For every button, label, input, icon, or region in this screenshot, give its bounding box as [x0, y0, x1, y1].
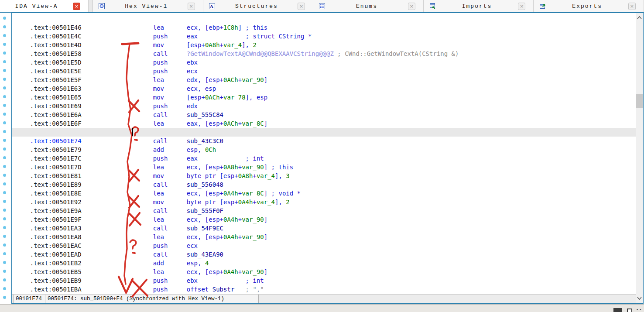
scrollbar-thumb[interactable]: [636, 94, 643, 108]
disassembly-line[interactable]: .text:00501E9Fleaecx, [esp+0A4h+var_90]: [12, 206, 636, 215]
tab-label: Imports: [436, 3, 518, 10]
bottom-strip: ••: [0, 304, 644, 312]
disassembly-line[interactable]: .text:00501EA3callsub_54F9EC: [12, 215, 636, 224]
tab-label: IDA View-A: [0, 3, 73, 10]
margin-dot: [3, 60, 6, 63]
scrollbar-down-arrow-icon[interactable]: [636, 295, 643, 302]
margin-dot: [3, 270, 6, 273]
close-icon[interactable]: ×: [73, 3, 80, 10]
disassembly-line[interactable]: .text:00501E58call?GetWindowTextA@CWnd@@…: [12, 41, 636, 49]
disassembly-line[interactable]: .text:00501E73pusheax: [12, 119, 636, 128]
tab-enums[interactable]: Enums ×: [313, 0, 424, 12]
margin-dot: [3, 95, 6, 98]
close-icon[interactable]: ×: [518, 3, 525, 10]
disassembly-line[interactable]: .text:00501E79addesp, 0Ch: [12, 137, 636, 145]
close-icon[interactable]: ×: [408, 3, 415, 10]
tab-bar: IDA View-A × Hex View-1 × A Structures ×…: [0, 0, 644, 12]
margin-dot: [3, 156, 6, 159]
disassembly-line[interactable]: .text:00501E7Cpusheax ; int: [12, 145, 636, 154]
margin-dot: [3, 43, 6, 46]
margin-dot: [3, 287, 6, 290]
taskbar-partial-icon: [613, 308, 622, 312]
margin-dot: [3, 34, 6, 37]
margin-dot: [3, 278, 6, 281]
disassembly-line[interactable]: .text:00501EB2addesp, 4: [12, 250, 636, 259]
margin-dot: [3, 17, 6, 20]
margin-dot: [3, 113, 6, 116]
tab-imports[interactable]: Imports ×: [424, 0, 534, 12]
disassembly-line[interactable]: .text:00501E63movecx, esp: [12, 75, 636, 84]
margin-dot: [3, 139, 6, 142]
tab-label: Enums: [325, 3, 408, 10]
disassembly-line[interactable]: .text:00501E7Dleaecx, [esp+0A8h+var_90] …: [12, 154, 636, 163]
tab-hex-view-1[interactable]: Hex View-1 ×: [93, 0, 203, 12]
tab-ida-view-a[interactable]: IDA View-A ×: [0, 0, 89, 12]
close-icon[interactable]: ×: [298, 3, 305, 10]
tab-label: Exports: [546, 3, 628, 10]
disassembly-panel: .text:00501E46leaecx, [ebp+1C8h] ; this …: [11, 13, 644, 304]
taskbar-partial-icon: ••: [636, 308, 643, 312]
margin-dot: [3, 296, 6, 299]
disassembly-line[interactable]: .text:00501EBApushoffset Substr ; ",": [12, 276, 636, 285]
hex-view-icon: [98, 3, 105, 10]
margin-dot: [3, 217, 6, 220]
margin-dot: [3, 165, 6, 168]
disassembly-line[interactable]: .text:00501EB5leaecx, [esp+0A4h+var_90]: [12, 259, 636, 267]
taskbar-partial-icon: [627, 309, 632, 312]
close-icon[interactable]: ×: [628, 3, 636, 10]
disassembly-line[interactable]: .text:00501E46leaecx, [ebp+1C8h] ; this: [12, 14, 636, 23]
disassembly-line[interactable]: .text:00501E81movbyte ptr [esp+0A8h+var_…: [12, 163, 636, 171]
margin-dot: [3, 130, 6, 133]
margin-dot: [3, 78, 6, 81]
margin-dot: [3, 51, 6, 55]
margin-dot: [3, 191, 6, 194]
close-icon[interactable]: ×: [188, 3, 195, 10]
margin-dot: [3, 209, 6, 212]
margin-dot: [3, 25, 6, 28]
disassembly-line[interactable]: .text:00501E5Epushecx: [12, 58, 636, 67]
disassembly-line[interactable]: .text:00501E9Acallsub_555F0F: [12, 198, 636, 206]
margin-dot: [3, 252, 6, 255]
disassembly-line[interactable]: .text:00501E89callsub_556048: [12, 171, 636, 180]
disassembly-line[interactable]: .text:00501E65mov[esp+0ACh+var_78], esp: [12, 84, 636, 93]
disassembly-line[interactable]: .text:00501EADcallsub_43EA90: [12, 241, 636, 250]
scrollbar-up-arrow-icon[interactable]: [636, 14, 643, 21]
margin-dot: [3, 104, 6, 107]
disassembly-line[interactable]: .text:00501EA8leaecx, [esp+0A4h+var_90]: [12, 224, 636, 233]
tab-exports[interactable]: Exports ×: [534, 0, 644, 12]
svg-text:A: A: [209, 4, 214, 9]
margin-dot: [3, 174, 6, 177]
margin-dot: [3, 147, 6, 151]
tab-separator: [89, 0, 93, 12]
margin-dots-column: [0, 13, 11, 304]
tab-label: Hex View-1: [105, 3, 188, 10]
disassembly-line[interactable]: .text:00501E6Acallsub_555C84: [12, 102, 636, 110]
disassembly-line[interactable]: .text:00501EB9pushebx ; int: [12, 267, 636, 276]
status-bar: 00101E74 00501E74: sub_501D90+E4 (Synchr…: [12, 294, 636, 303]
disassembly-line[interactable]: .text:00501E8Eleaecx, [esp+0A4h+var_8C] …: [12, 180, 636, 189]
disassembly-line[interactable]: .text:00501E92movbyte ptr [esp+0A4h+var_…: [12, 189, 636, 198]
disassembly-line[interactable]: .text:00501E5Fleaedx, [esp+0ACh+var_90]: [12, 67, 636, 75]
disassembly-listing[interactable]: .text:00501E46leaecx, [ebp+1C8h] ; this …: [12, 14, 636, 295]
enums-icon: [319, 3, 325, 10]
margin-dot: [3, 235, 6, 238]
disassembly-line[interactable]: .text:00501E6Fleaeax, [esp+0ACh+var_8C]: [12, 110, 636, 119]
disassembly-line[interactable]: .text:00501E74callsub_43C3C0: [12, 128, 636, 137]
vertical-scrollbar[interactable]: [636, 13, 643, 303]
disassembly-line[interactable]: .text:00501E5Dpushebx: [12, 49, 636, 58]
tab-structures[interactable]: A Structures ×: [203, 0, 314, 12]
margin-dot: [3, 121, 6, 124]
disassembly-line[interactable]: .text:00501EACpushecx: [12, 233, 636, 241]
exports-icon: [539, 3, 546, 10]
margin-dot: [3, 226, 6, 229]
disassembly-line[interactable]: .text:00501E4Cpusheax ; struct CString *: [12, 23, 636, 32]
margin-dot: [3, 86, 6, 89]
status-location-cell: 00501E74: sub_501D90+E4 (Synchronized wi…: [45, 295, 259, 303]
margin-dot: [3, 69, 6, 72]
status-address-cell: 00101E74: [13, 295, 45, 303]
disassembly-line[interactable]: .text:00501E69pushedx: [12, 93, 636, 102]
margin-dot: [3, 243, 6, 247]
disassembly-line[interactable]: .text:00501E4Dmov[esp+0A8h+var_4], 2: [12, 32, 636, 41]
disassembly-line[interactable]: .text:00501EBFcallsub_54F975: [12, 285, 636, 294]
margin-dot: [3, 182, 6, 185]
